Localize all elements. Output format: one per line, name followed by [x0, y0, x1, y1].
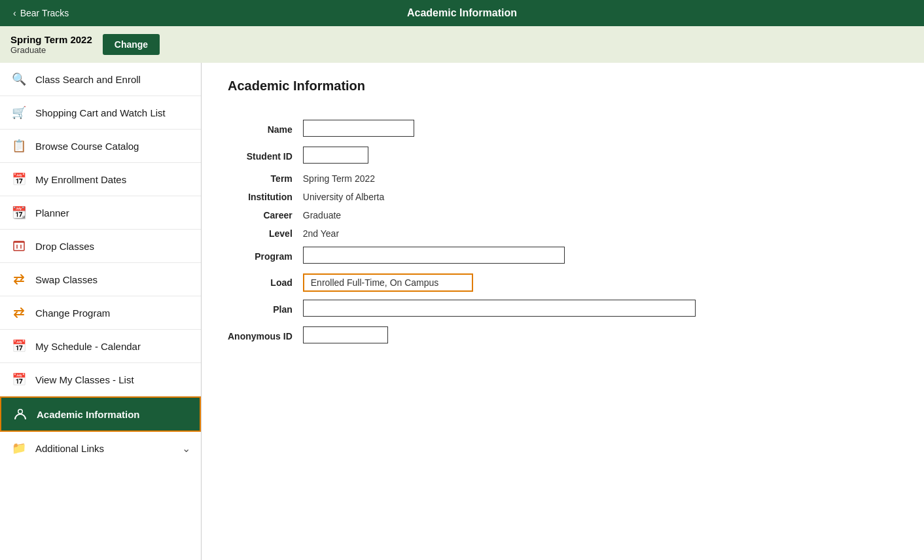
institution-value: University of Alberta — [303, 192, 696, 202]
anonymous-id-value — [303, 326, 696, 345]
sidebar-item-swap-classes[interactable]: Swap Classes — [0, 263, 201, 296]
sidebar-item-planner[interactable]: 📆 Planner — [0, 196, 201, 230]
planner-icon: 📆 — [10, 205, 27, 220]
additional-links-label: Additional Links — [35, 443, 104, 454]
sidebar-label-my-schedule: My Schedule - Calendar — [35, 341, 141, 352]
sidebar-item-change-program[interactable]: Change Program — [0, 296, 201, 330]
sidebar-item-view-classes[interactable]: 📅 View My Classes - List — [0, 363, 201, 396]
term-label: Term — [228, 173, 303, 184]
career-row: Career Graduate — [228, 210, 696, 220]
change-program-icon — [10, 306, 27, 320]
academic-info-form: Name Student ID Term Spring Term 2022 In… — [228, 112, 696, 353]
term-display-value: Spring Term 2022 — [303, 173, 696, 184]
sidebar-label-shopping-cart: Shopping Cart and Watch List — [35, 107, 166, 118]
level-label: Level — [228, 228, 303, 239]
program-value — [303, 247, 696, 266]
student-id-value — [303, 147, 696, 166]
sidebar-item-shopping-cart[interactable]: 🛒 Shopping Cart and Watch List — [0, 96, 201, 130]
sidebar-item-additional-links[interactable]: 📁 Additional Links ⌄ — [0, 432, 201, 464]
back-label: Bear Tracks — [20, 8, 69, 18]
name-row: Name — [228, 120, 696, 139]
student-id-label: Student ID — [228, 147, 303, 166]
career-value: Graduate — [303, 210, 696, 220]
main-content: Academic Information Name Student ID Ter… — [202, 63, 924, 560]
sidebar: 🔍 Class Search and Enroll 🛒 Shopping Car… — [0, 63, 202, 560]
career-label: Career — [228, 210, 303, 220]
anonymous-id-input — [303, 326, 388, 343]
term-row: Term Spring Term 2022 — [228, 173, 696, 184]
load-label: Load — [228, 273, 303, 292]
plan-row: Plan — [228, 300, 696, 319]
term-bar: Spring Term 2022 Graduate Change — [0, 26, 924, 63]
term-name: Spring Term 2022 — [10, 34, 92, 45]
sidebar-label-academic-info: Academic Information — [37, 409, 140, 420]
name-input — [303, 120, 414, 137]
svg-point-5 — [19, 410, 22, 413]
plan-label: Plan — [228, 300, 303, 319]
sidebar-item-enrollment-dates[interactable]: 📅 My Enrollment Dates — [0, 163, 201, 196]
sidebar-item-drop-classes[interactable]: Drop Classes — [0, 230, 201, 263]
program-input — [303, 247, 565, 264]
student-id-input — [303, 147, 368, 164]
program-row: Program — [228, 247, 696, 266]
view-classes-icon: 📅 — [10, 372, 27, 387]
top-bar-title: Academic Information — [407, 7, 517, 19]
sidebar-label-class-search: Class Search and Enroll — [35, 74, 141, 85]
top-bar: ‹ Bear Tracks Academic Information — [0, 0, 924, 26]
page-title: Academic Information — [228, 79, 898, 94]
term-type: Graduate — [10, 45, 92, 55]
sidebar-label-change-program: Change Program — [35, 307, 110, 319]
change-term-button[interactable]: Change — [103, 34, 160, 55]
sidebar-item-academic-info[interactable]: Academic Information — [0, 396, 201, 432]
svg-rect-1 — [14, 241, 24, 251]
name-value — [303, 120, 696, 139]
swap-icon — [10, 272, 27, 287]
anonymous-id-label: Anonymous ID — [228, 326, 303, 345]
name-label: Name — [228, 120, 303, 139]
plan-input — [303, 300, 696, 317]
drop-icon — [10, 239, 27, 253]
additional-links-icon: 📁 — [10, 441, 27, 455]
sidebar-label-view-classes: View My Classes - List — [35, 374, 134, 385]
institution-label: Institution — [228, 192, 303, 202]
load-box: Enrolled Full-Time, On Campus — [303, 273, 473, 292]
sidebar-label-browse-catalog: Browse Course Catalog — [35, 141, 139, 152]
sidebar-label-planner: Planner — [35, 207, 69, 219]
back-button[interactable]: ‹ Bear Tracks — [13, 8, 69, 18]
anonymous-id-row: Anonymous ID — [228, 326, 696, 345]
search-icon: 🔍 — [10, 72, 27, 86]
level-value: 2nd Year — [303, 228, 696, 239]
layout: 🔍 Class Search and Enroll 🛒 Shopping Car… — [0, 63, 924, 560]
institution-row: Institution University of Alberta — [228, 192, 696, 202]
chevron-down-icon: ⌄ — [182, 442, 190, 455]
load-row: Load Enrolled Full-Time, On Campus — [228, 273, 696, 292]
sidebar-label-swap-classes: Swap Classes — [35, 274, 98, 285]
sidebar-label-drop-classes: Drop Classes — [35, 241, 94, 252]
plan-value — [303, 300, 696, 319]
term-info: Spring Term 2022 Graduate — [10, 34, 92, 55]
sidebar-label-enrollment-dates: My Enrollment Dates — [35, 174, 126, 185]
back-chevron-icon: ‹ — [13, 8, 16, 18]
sidebar-item-browse-catalog[interactable]: 📋 Browse Course Catalog — [0, 130, 201, 163]
load-value: Enrolled Full-Time, On Campus — [303, 273, 696, 292]
sidebar-item-class-search[interactable]: 🔍 Class Search and Enroll — [0, 63, 201, 96]
academic-icon — [12, 407, 29, 421]
catalog-icon: 📋 — [10, 139, 27, 153]
cart-icon: 🛒 — [10, 105, 27, 120]
sidebar-item-my-schedule[interactable]: 📅 My Schedule - Calendar — [0, 330, 201, 363]
program-label: Program — [228, 247, 303, 266]
schedule-icon: 📅 — [10, 339, 27, 353]
dates-icon: 📅 — [10, 172, 27, 186]
student-id-row: Student ID — [228, 147, 696, 166]
level-row: Level 2nd Year — [228, 228, 696, 239]
